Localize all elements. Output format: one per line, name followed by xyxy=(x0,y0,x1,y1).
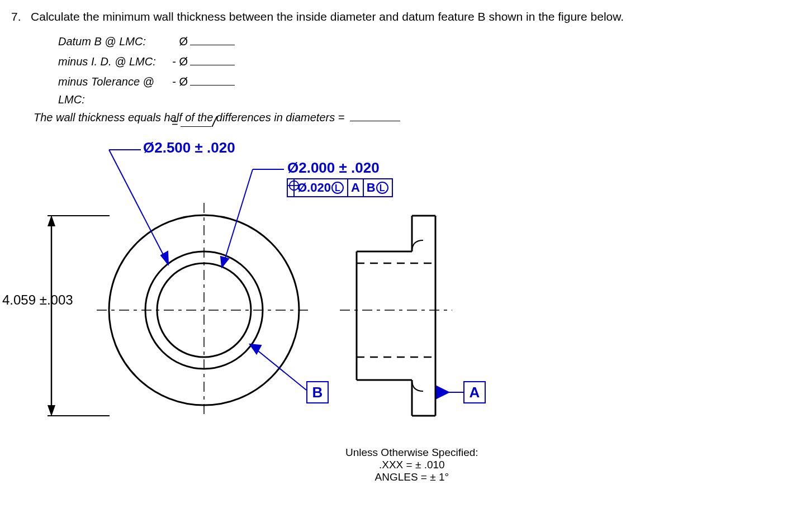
question-number: 7. xyxy=(11,10,21,23)
fcf-datum-b-letter: B xyxy=(367,180,376,195)
worksheet-row-2: minus I. D. @ LMC: - Ø xyxy=(58,53,235,70)
wall-thickness-blank xyxy=(350,109,400,121)
worksheet-label-3: minus Tolerance @ LMC: xyxy=(58,73,171,108)
fcf-datum-b: BL xyxy=(364,179,392,196)
fcf-datum-a: A xyxy=(348,179,364,196)
dim-id-hole: Ø2.000 ± .020 xyxy=(287,159,380,177)
worksheet-blank-1 xyxy=(190,33,235,45)
worksheet-sym-3: - Ø xyxy=(171,73,188,91)
worksheet-sym-1: Ø xyxy=(171,32,188,50)
drawing-notes: Unless Otherwise Specified: .XXX = ± .01… xyxy=(345,446,478,483)
dim-od-flange: Ø2.500 ± .020 xyxy=(143,139,235,156)
svg-marker-6 xyxy=(48,215,55,226)
worksheet-label-1: Datum B @ LMC: xyxy=(58,32,171,50)
fcf-symbol-position xyxy=(288,179,295,196)
fcf-tol-modifier: L xyxy=(331,182,344,194)
note-line-1: Unless Otherwise Specified: xyxy=(345,446,478,459)
svg-marker-15 xyxy=(221,256,229,267)
leader-lines xyxy=(109,150,463,399)
worksheet-label-2: minus I. D. @ LMC: xyxy=(58,53,171,70)
svg-marker-19 xyxy=(435,386,449,399)
worksheet-sym-2: - Ø xyxy=(171,53,188,70)
fcf-datum-b-modifier: L xyxy=(376,182,388,194)
wall-thickness-label: The wall thickness equals half of the di… xyxy=(34,111,344,124)
datum-a-box: A xyxy=(463,381,486,403)
dim-height: 4.059 ±.003 xyxy=(2,292,73,308)
drawing-svg xyxy=(0,131,503,500)
fcf-tol-value: Ø.020 xyxy=(297,180,331,195)
diagram-area: Ø2.500 ± .020 Ø2.000 ± .020 4.059 ±.003 … xyxy=(0,131,503,500)
worksheet-row-3: minus Tolerance @ LMC: - Ø xyxy=(58,73,235,108)
wall-thickness-text: The wall thickness equals half of the di… xyxy=(34,109,400,124)
question-text: 7. Calculate the minimum wall thickness … xyxy=(11,10,624,23)
datum-b-box: B xyxy=(306,381,329,403)
side-view xyxy=(340,216,452,416)
worksheet-blank-3 xyxy=(190,73,235,86)
feature-control-frame: Ø.020L A BL xyxy=(287,178,393,197)
worksheet-row-1: Datum B @ LMC: Ø xyxy=(58,32,235,50)
worksheet-blank-2 xyxy=(190,53,235,65)
question-body: Calculate the minimum wall thickness bet… xyxy=(31,10,624,23)
note-line-2: .XXX = ± .010 xyxy=(345,459,478,471)
svg-marker-7 xyxy=(48,405,55,416)
front-view xyxy=(97,203,311,417)
fcf-tolerance: Ø.020L xyxy=(295,179,348,196)
note-line-3: ANGLES = ± 1° xyxy=(345,471,478,483)
svg-line-11 xyxy=(109,150,168,264)
height-dimension xyxy=(48,215,110,416)
